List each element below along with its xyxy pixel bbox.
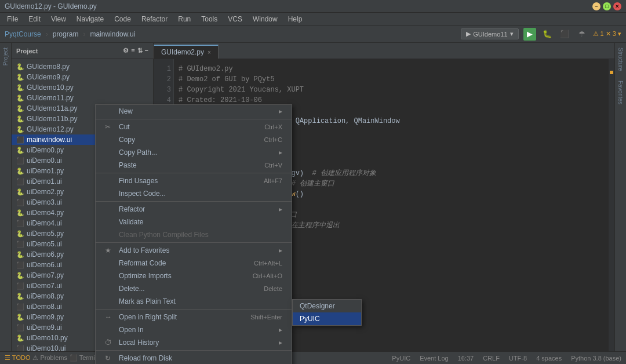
ctx-open-right[interactable]: ↔ Open in Right Split Shift+Enter bbox=[96, 311, 292, 323]
list-item[interactable]: 🐍 GUIdemo11.py bbox=[12, 93, 153, 103]
menu-code[interactable]: Code bbox=[110, 14, 136, 24]
breadcrumb-project[interactable]: PyqtCourse bbox=[5, 30, 41, 38]
gear-icon[interactable]: ⚙ bbox=[123, 47, 129, 54]
py-file-icon: 🐍 bbox=[16, 293, 24, 300]
minimize-panel-icon[interactable]: − bbox=[145, 47, 148, 54]
ctx-delete[interactable]: Delete... Delete bbox=[96, 282, 292, 295]
ctx-refactor-label: Refactor bbox=[119, 205, 145, 213]
structure-tab[interactable]: Structure bbox=[617, 48, 624, 71]
reformat-shortcut: Ctrl+Alt+L bbox=[254, 260, 282, 267]
submenu-pyuic[interactable]: PyUIC bbox=[293, 312, 361, 325]
right-tabs: Structure Favorites bbox=[614, 43, 626, 351]
menu-edit[interactable]: Edit bbox=[24, 14, 45, 24]
sort-icon[interactable]: ⇅ bbox=[137, 47, 143, 54]
ui-file-icon: ⬛ bbox=[16, 324, 24, 332]
menu-help[interactable]: Help bbox=[283, 14, 307, 24]
event-log-button[interactable]: Event Log bbox=[420, 355, 449, 362]
ctx-local-history-label: Local History bbox=[119, 338, 159, 347]
ctx-validate[interactable]: Validate bbox=[96, 216, 292, 228]
layout-icon[interactable]: ≡ bbox=[131, 47, 134, 54]
ctx-paste[interactable]: Paste Ctrl+V bbox=[96, 159, 292, 172]
maximize-button[interactable]: □ bbox=[603, 2, 611, 10]
ctx-mark-plain[interactable]: Mark as Plain Text bbox=[96, 295, 292, 308]
project-tab-icon[interactable]: Project bbox=[2, 48, 9, 65]
stop-button[interactable]: ⬛ bbox=[558, 28, 571, 41]
debug-button[interactable]: 🐛 bbox=[541, 28, 554, 41]
ctx-find-usages[interactable]: Find Usages Alt+F7 bbox=[96, 174, 292, 187]
ctx-clean-compiled-label: Clean Python Compiled Files bbox=[119, 231, 209, 239]
py-file-icon: 🐍 bbox=[16, 230, 24, 238]
todo-button[interactable]: ☰ TODO bbox=[5, 354, 30, 362]
menu-tools[interactable]: Tools bbox=[196, 14, 222, 24]
qtdesigner-label: QtDesigner bbox=[300, 302, 335, 310]
optimize-shortcut: Ctrl+Alt+O bbox=[253, 272, 282, 279]
menu-refactor[interactable]: Refactor bbox=[137, 14, 172, 24]
tab-guidemo2[interactable]: GUIdemo2.py × bbox=[154, 45, 219, 59]
run-config-icon: ▶ bbox=[466, 30, 471, 38]
ctx-copy-path[interactable]: Copy Path... ▸ bbox=[96, 146, 292, 159]
arrow-icon: ▸ bbox=[279, 338, 282, 347]
ctx-cut[interactable]: ✂ Cut Ctrl+X bbox=[96, 121, 292, 133]
ctx-reload-label: Reload from Disk bbox=[119, 354, 172, 362]
ctx-inspect-code[interactable]: Inspect Code... bbox=[96, 187, 292, 200]
side-icon-strip: Project bbox=[0, 43, 12, 351]
run-button[interactable]: ▶ bbox=[523, 28, 536, 41]
ctx-copy-path-label: Copy Path... bbox=[119, 148, 157, 156]
ctx-open-in[interactable]: Open In ▸ bbox=[96, 323, 292, 336]
arrow-icon: ▸ bbox=[279, 326, 282, 334]
run-config-dropdown[interactable]: ▶ GUIdemo11 ▾ bbox=[461, 28, 518, 39]
cut-shortcut: Ctrl+X bbox=[264, 123, 282, 130]
close-button[interactable]: ✕ bbox=[613, 2, 621, 10]
ctx-reload[interactable]: ↻ Reload from Disk bbox=[96, 352, 292, 364]
minimize-button[interactable]: − bbox=[592, 2, 600, 10]
menu-run[interactable]: Run bbox=[173, 14, 195, 24]
py-file-icon: 🐍 bbox=[16, 105, 24, 112]
warning-indicator[interactable]: ⚠ 1 ✕ 3 ▾ bbox=[593, 30, 621, 38]
menu-window[interactable]: Window bbox=[248, 14, 282, 24]
separator bbox=[96, 309, 292, 310]
problems-button[interactable]: ⚠ Problems bbox=[32, 354, 67, 362]
py-file-icon: 🐍 bbox=[16, 251, 24, 259]
py-file-icon: 🐍 bbox=[16, 334, 24, 342]
ctx-refactor[interactable]: Refactor ▸ bbox=[96, 203, 292, 216]
menu-vcs[interactable]: VCS bbox=[223, 14, 247, 24]
indent[interactable]: 4 spaces bbox=[536, 355, 562, 362]
submenu-qtdesigner[interactable]: QtDesigner bbox=[293, 300, 361, 312]
ctx-optimize-imports[interactable]: Optimize Imports Ctrl+Alt+O bbox=[96, 270, 292, 282]
ctx-clean-compiled[interactable]: Clean Python Compiled Files bbox=[96, 228, 292, 241]
breadcrumb-file[interactable]: mainwindow.ui bbox=[90, 30, 135, 38]
ctx-reformat[interactable]: Reformat Code Ctrl+Alt+L bbox=[96, 257, 292, 270]
ctx-copy[interactable]: Copy Ctrl+C bbox=[96, 133, 292, 146]
list-item[interactable]: 🐍 GUIdemo10.py bbox=[12, 82, 153, 93]
arrow-icon: ▸ bbox=[279, 148, 282, 156]
ui-file-icon: ⬛ bbox=[16, 345, 24, 352]
breadcrumb-sep2: › bbox=[83, 30, 85, 38]
menu-file[interactable]: File bbox=[2, 14, 23, 24]
coverage-button[interactable]: ☂ bbox=[576, 28, 588, 41]
tab-close-button[interactable]: × bbox=[208, 49, 211, 56]
title-text: GUIdemo12.py - GUIdemo.py bbox=[5, 2, 97, 10]
title-controls: − □ ✕ bbox=[592, 2, 621, 10]
right-gutter bbox=[609, 59, 614, 351]
status-bar: ☰ TODO ⚠ Problems ⬛ Terminal 🐍 Python Co… bbox=[0, 351, 626, 364]
separator bbox=[96, 119, 292, 119]
py-file-icon: 🐍 bbox=[16, 209, 24, 217]
tabs-bar: GUIdemo2.py × bbox=[154, 43, 614, 59]
run-config-name: GUIdemo11 bbox=[473, 31, 507, 38]
favorites-tab[interactable]: Favorites bbox=[617, 81, 624, 104]
ctx-local-history[interactable]: ⏱ Local History ▸ bbox=[96, 336, 292, 349]
py-file-icon: 🐍 bbox=[16, 63, 24, 71]
list-item[interactable]: 🐍 GUIdemo8.py bbox=[12, 61, 153, 72]
menu-navigate[interactable]: Navigate bbox=[72, 14, 108, 24]
breadcrumb-program[interactable]: program bbox=[53, 30, 79, 38]
menu-view[interactable]: View bbox=[46, 14, 71, 24]
line-ending[interactable]: CRLF bbox=[483, 355, 500, 362]
reload-icon: ↻ bbox=[105, 354, 114, 362]
list-item[interactable]: 🐍 GUIdemo9.py bbox=[12, 72, 153, 82]
ctx-add-favorites[interactable]: ★ Add to Favorites ▸ bbox=[96, 244, 292, 257]
encoding[interactable]: UTF-8 bbox=[509, 355, 527, 362]
ui-file-icon: ⬛ bbox=[16, 241, 24, 248]
ctx-new[interactable]: New ▸ bbox=[96, 105, 292, 118]
py-file-icon: 🐍 bbox=[16, 168, 24, 175]
py-file-icon: 🐍 bbox=[16, 84, 24, 92]
